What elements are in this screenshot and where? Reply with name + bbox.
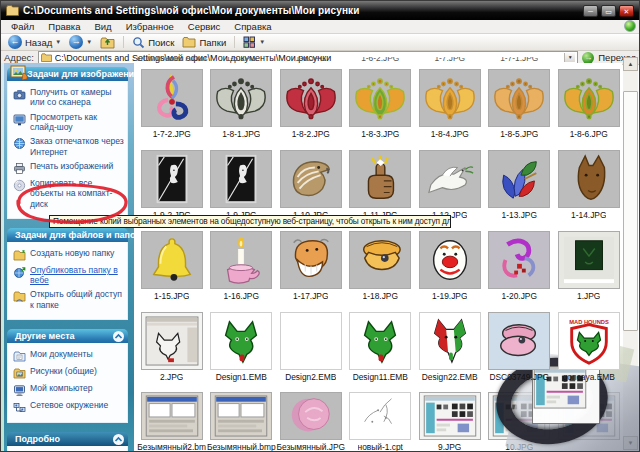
file-1-20.JPG[interactable]: 1-20.JPG bbox=[485, 231, 555, 301]
file-1-8-3.JPG[interactable]: 1-8-3.JPG bbox=[346, 69, 416, 139]
file-label: Безымянный.JPG bbox=[276, 442, 345, 452]
file-Безымянный2.bmp[interactable]: Безымянный2.bmp bbox=[137, 392, 207, 452]
file-1-16.JPG[interactable]: 1-16.JPG bbox=[207, 231, 277, 301]
task-share[interactable]: Открыть общий доступ к папке bbox=[13, 289, 124, 310]
file-1-11.JPG[interactable]: 1-11.JPG bbox=[346, 150, 416, 220]
minimize-button[interactable]: ─ bbox=[583, 5, 598, 17]
file-Design11.EMB[interactable]: Design11.EMB bbox=[346, 312, 416, 382]
forward-button[interactable]: → ▼ bbox=[66, 35, 95, 50]
thumbnail bbox=[488, 392, 550, 440]
search-button[interactable]: Поиск bbox=[129, 35, 177, 50]
views-dropdown-icon[interactable]: ▼ bbox=[259, 39, 265, 45]
task-network[interactable]: Сетевое окружение bbox=[13, 400, 124, 413]
panel-title: Задачи для изображений bbox=[15, 69, 134, 79]
file-10.JPG[interactable]: 10.JPG bbox=[485, 392, 555, 452]
scroll-up-icon[interactable]: ▲ bbox=[623, 57, 638, 71]
file-Design22.EMB[interactable]: Design22.EMB bbox=[415, 312, 485, 382]
title-bar[interactable]: C:\Documents and Settings\мой офис\Мои д… bbox=[1, 1, 639, 20]
task-cd[interactable]: Копировать все объекты на компакт-диск bbox=[13, 178, 124, 209]
file-1-17.JPG[interactable]: 1-17.JPG bbox=[276, 231, 346, 301]
task-folder-docs[interactable]: Мои документы bbox=[13, 349, 124, 362]
task-publish[interactable]: Опубликовать папку в вебе bbox=[13, 265, 124, 286]
file-1-18.JPG[interactable]: 1-18.JPG bbox=[346, 231, 416, 301]
task-prints[interactable]: Заказ отпечатков через Интернет bbox=[13, 136, 124, 157]
panel-body-picture-tasks: Получить от камеры или со сканераПросмот… bbox=[7, 81, 128, 219]
back-dropdown-icon[interactable]: ▼ bbox=[55, 39, 61, 45]
panel-details: ПодробноМои рисункиПапка с файламиИзмене… bbox=[7, 432, 128, 451]
file-1-9-2.JPG[interactable]: 1-9-2.JPG bbox=[137, 150, 207, 220]
file-label: 1-7-2.JPG bbox=[153, 129, 191, 139]
file-1-12.JPG[interactable]: 1-12.JPG bbox=[415, 150, 485, 220]
up-button[interactable] bbox=[97, 35, 118, 50]
menu-Правка[interactable]: Правка bbox=[41, 21, 87, 32]
panel-title: Другие места bbox=[15, 331, 75, 341]
file-goncaya.EMB[interactable]: MAD HOUNDSgoncaya.EMB bbox=[554, 312, 624, 382]
task-camera[interactable]: Получить от камеры или со сканера bbox=[13, 87, 124, 108]
task-label: Заказ отпечатков через Интернет bbox=[30, 136, 124, 157]
file-1-8-1.JPG[interactable]: 1-8-1.JPG bbox=[207, 69, 277, 139]
close-button[interactable]: ✕ bbox=[619, 5, 634, 17]
panel-header-details[interactable]: Подробно bbox=[7, 432, 128, 446]
file-Design1.EMB[interactable]: Design1.EMB bbox=[207, 312, 277, 382]
file-Безымянный.JPG[interactable]: Безымянный.JPG bbox=[276, 392, 346, 452]
file-DSC03749.JPG[interactable]: DSC03749.JPG bbox=[485, 312, 555, 382]
task-folder-pics[interactable]: Рисунки (общие) bbox=[13, 366, 124, 379]
file-label: Design1.EMB bbox=[216, 372, 267, 382]
file-label: 1-8-5.JPG bbox=[500, 129, 538, 139]
file-1-19.JPG[interactable]: 1-19.JPG bbox=[415, 231, 485, 301]
file-1-8-4.JPG[interactable]: 1-8-4.JPG bbox=[415, 69, 485, 139]
panel-header-other-places[interactable]: Другие места bbox=[7, 329, 128, 343]
forward-dropdown-icon[interactable]: ▼ bbox=[86, 39, 92, 45]
thumbnail bbox=[419, 150, 481, 208]
views-button[interactable]: ▼ bbox=[240, 35, 268, 50]
file-2.JPG[interactable]: 2.JPG bbox=[137, 312, 207, 382]
task-label: Печать изображений bbox=[30, 161, 113, 171]
thumbnail bbox=[419, 231, 481, 289]
task-printer[interactable]: Печать изображений bbox=[13, 161, 124, 174]
panel-title: Подробно bbox=[15, 434, 60, 444]
file-row-3: 1-15.JPG1-16.JPG1-17.JPG1-18.JPG1-19.JPG… bbox=[137, 231, 624, 301]
task-slideshow[interactable]: Просмотреть как слайд-шоу bbox=[13, 112, 124, 133]
back-button[interactable]: ← Назад ▼ bbox=[5, 35, 64, 50]
panel-header-file-tasks[interactable]: Задачи для файлов и папок bbox=[7, 228, 128, 242]
folders-button[interactable]: Папки bbox=[179, 35, 229, 50]
file-row-4: 2.JPGDesign1.EMBDesign2.EMBDesign11.EMBD… bbox=[137, 312, 624, 382]
file-Безымянный.bmp[interactable]: Безымянный.bmp bbox=[207, 392, 277, 452]
vertical-scrollbar[interactable]: ▲ ▼ bbox=[623, 57, 638, 450]
file-1-8-6.JPG[interactable]: 1-8-6.JPG bbox=[554, 69, 624, 139]
menu-Избранное[interactable]: Избранное bbox=[119, 21, 181, 32]
scroll-down-icon[interactable]: ▼ bbox=[623, 436, 638, 450]
file-hidden[interactable] bbox=[554, 392, 624, 452]
task-new-folder[interactable]: Создать новую папку bbox=[13, 248, 124, 261]
thumbnail bbox=[210, 150, 272, 208]
menu-Файл[interactable]: Файл bbox=[4, 21, 41, 32]
windows-logo-orb-icon bbox=[624, 20, 636, 32]
file-1-7-2.JPG[interactable]: 1-7-2.JPG bbox=[137, 69, 207, 139]
file-1-14.JPG[interactable]: 1-14.JPG bbox=[554, 150, 624, 220]
menu-Вид[interactable]: Вид bbox=[87, 21, 118, 32]
share-icon bbox=[13, 289, 26, 302]
file-Design2.EMB[interactable]: Design2.EMB bbox=[276, 312, 346, 382]
file-label: 1-18.JPG bbox=[363, 291, 398, 301]
file-1-10.JPG[interactable]: 1-10.JPG bbox=[276, 150, 346, 220]
menu-Сервис[interactable]: Сервис bbox=[181, 21, 228, 32]
file-1-9.JPG[interactable]: 1-9.JPG bbox=[207, 150, 277, 220]
file-1-8-2.JPG[interactable]: 1-8-2.JPG bbox=[276, 69, 346, 139]
chevron-up-icon[interactable] bbox=[113, 331, 124, 342]
file-1-13.JPG[interactable]: 1-13.JPG bbox=[485, 150, 555, 220]
network-icon bbox=[13, 400, 26, 413]
file-1-8-5.JPG[interactable]: 1-8-5.JPG bbox=[485, 69, 555, 139]
maximize-button[interactable]: ▭ bbox=[601, 5, 616, 17]
file-row-2: 1-9-2.JPG1-9.JPG1-10.JPG1-11.JPG1-12.JPG… bbox=[137, 150, 624, 220]
file-1.JPG[interactable]: 1.JPG bbox=[554, 231, 624, 301]
file-9.JPG[interactable]: 9.JPG bbox=[415, 392, 485, 452]
menu-bar: ФайлПравкаВидИзбранноеСервисСправка bbox=[1, 20, 639, 34]
thumbnail bbox=[280, 69, 342, 127]
scrollbar-thumb[interactable] bbox=[623, 91, 638, 331]
menu-Справка[interactable]: Справка bbox=[227, 21, 278, 32]
file-label: 10.JPG bbox=[505, 442, 533, 452]
file-1-15.JPG[interactable]: 1-15.JPG bbox=[137, 231, 207, 301]
chevron-up-icon[interactable] bbox=[113, 434, 124, 445]
file-новый-1.cpt[interactable]: новый-1.cpt bbox=[346, 392, 416, 452]
task-computer[interactable]: Мой компьютер bbox=[13, 383, 124, 396]
